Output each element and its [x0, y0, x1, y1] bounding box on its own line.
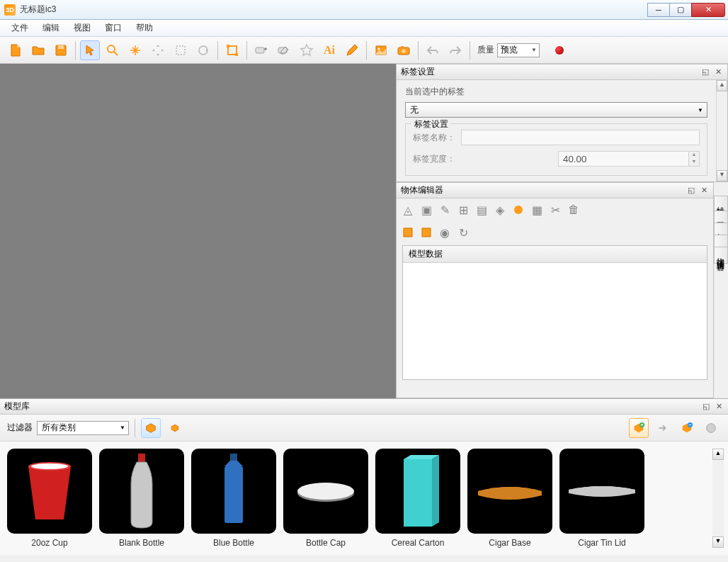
undock-icon[interactable]: ◱: [686, 186, 696, 196]
menubar: 文件 编辑 视图 窗口 帮助: [0, 20, 728, 37]
filter-cube2-button[interactable]: [165, 418, 185, 438]
undock-icon[interactable]: ◱: [700, 67, 710, 77]
object-editor-toolbar: ◬ ▣ ✎ ⊞ ▤ ◈ ▦ ✂ 🗑 ◉ ↻: [397, 198, 713, 244]
maximize-button[interactable]: ▢: [669, 3, 692, 17]
undo-button[interactable]: [423, 40, 443, 60]
oe-tool-7[interactable]: [511, 203, 525, 217]
redo-button[interactable]: [445, 40, 465, 60]
svg-rect-18: [404, 228, 412, 237]
svg-rect-26: [230, 454, 237, 461]
svg-rect-30: [404, 459, 432, 527]
menu-help[interactable]: 帮助: [130, 20, 159, 36]
add-model-button[interactable]: [629, 418, 649, 438]
add-label-button[interactable]: [251, 40, 271, 60]
globe-button[interactable]: [701, 418, 721, 438]
svg-point-24: [31, 463, 68, 469]
sidetab-effects[interactable]: 特殊效果: [714, 196, 728, 211]
scale-tool[interactable]: [171, 40, 190, 60]
close-icon[interactable]: ✕: [699, 186, 709, 196]
quality-label: 质量: [477, 44, 494, 56]
oe-tool-3[interactable]: ✎: [438, 203, 452, 217]
menu-file[interactable]: 文件: [6, 20, 34, 36]
oe-tool-8[interactable]: ▦: [530, 203, 544, 217]
model-caption: Blue Bottle: [191, 538, 276, 548]
oe-cube-2[interactable]: [419, 225, 433, 240]
pointer-tool[interactable]: [80, 40, 100, 60]
model-caption: Cigar Tin Lid: [559, 538, 644, 548]
save-button[interactable]: [51, 40, 71, 60]
oe-tool-5[interactable]: ▤: [474, 203, 489, 217]
sidetab-object-editor[interactable]: 物体编辑器: [714, 247, 728, 264]
star-button[interactable]: [297, 40, 317, 60]
oe-tool-9[interactable]: ✂: [548, 203, 562, 217]
viewport-3d[interactable]: [0, 64, 396, 398]
oe-tool-4[interactable]: ⊞: [456, 203, 470, 217]
svg-point-4: [134, 49, 137, 52]
image-button[interactable]: [371, 40, 391, 60]
svg-rect-16: [401, 46, 404, 47]
filter-cube1-button[interactable]: [141, 418, 161, 438]
object-editor-panel: 物体编辑器 ◱ ✕ ◬ ▣ ✎ ⊞ ▤ ◈ ▦ ✂ 🗑 ◉ ↻: [396, 182, 714, 398]
label-select[interactable]: 无: [405, 102, 707, 118]
oe-tool-2[interactable]: ▣: [419, 203, 433, 217]
model-item[interactable]: 20oz Cup: [7, 449, 92, 548]
export-button[interactable]: [653, 418, 673, 438]
svg-point-22: [707, 423, 716, 432]
model-item[interactable]: Cigar Tin Lid: [559, 449, 644, 548]
close-button[interactable]: ✕: [691, 3, 725, 17]
menu-window[interactable]: 窗口: [99, 20, 127, 36]
ai-button[interactable]: Ai: [319, 40, 339, 60]
new-file-button[interactable]: [6, 40, 25, 60]
sidetab-lights[interactable]: 灯光: [714, 223, 728, 235]
model-item[interactable]: Blank Bottle: [99, 449, 184, 548]
svg-point-2: [108, 45, 115, 52]
label-width-input[interactable]: [558, 151, 688, 167]
model-caption: Cigar Base: [467, 538, 552, 548]
filter-label: 过滤器: [7, 422, 33, 434]
panel-title: 标签设置: [401, 66, 698, 78]
pan-tool[interactable]: [125, 40, 145, 60]
record-indicator[interactable]: [555, 46, 564, 55]
bounds-tool[interactable]: [222, 40, 242, 60]
open-file-button[interactable]: [28, 40, 48, 60]
menu-view[interactable]: 视图: [68, 20, 96, 36]
model-thumb: [99, 449, 184, 534]
panel-title: 模型库: [4, 400, 698, 412]
menu-edit[interactable]: 编辑: [37, 20, 65, 36]
model-thumb: [467, 449, 552, 534]
model-item[interactable]: Cigar Base: [467, 449, 552, 548]
library-scrollbar[interactable]: ▲▼: [712, 449, 724, 548]
quality-select[interactable]: 预览: [497, 43, 540, 57]
filter-select[interactable]: 所有类别: [37, 421, 129, 435]
close-icon[interactable]: ✕: [713, 67, 723, 77]
oe-cube-1[interactable]: [401, 225, 415, 240]
move-tool[interactable]: [148, 40, 168, 60]
oe-tool-1[interactable]: ◬: [401, 203, 415, 217]
oe-tool-10[interactable]: 🗑: [567, 203, 581, 217]
oe-tool-12[interactable]: ↻: [456, 225, 470, 240]
rotate-tool[interactable]: [193, 40, 213, 60]
oe-tool-6[interactable]: ◈: [493, 203, 507, 217]
camera-button[interactable]: [394, 40, 414, 60]
svg-rect-19: [422, 228, 431, 237]
undock-icon[interactable]: ◱: [701, 402, 711, 412]
model-caption: Cereal Carton: [375, 538, 460, 548]
edit-label-button[interactable]: [274, 40, 294, 60]
model-item[interactable]: Blue Bottle: [191, 449, 276, 548]
zoom-tool[interactable]: [103, 40, 123, 60]
minimize-button[interactable]: ─: [647, 3, 670, 17]
close-icon[interactable]: ✕: [714, 402, 724, 412]
model-thumb: [191, 449, 276, 534]
sidetab-transform[interactable]: 变换: [714, 235, 728, 247]
oe-tool-11[interactable]: ◉: [438, 225, 452, 240]
model-thumbnails: 20oz CupBlank BottleBlue BottleBottle Ca…: [0, 442, 728, 555]
current-label-text: 当前选中的标签: [405, 86, 707, 98]
import-model-button[interactable]: [677, 418, 697, 438]
model-item[interactable]: Bottle Cap: [283, 449, 368, 548]
label-name-input[interactable]: [461, 130, 700, 145]
sidetab-layers[interactable]: 图层: [714, 210, 728, 223]
model-thumb: [7, 449, 92, 534]
pencil-button[interactable]: [342, 40, 362, 60]
panel-scrollbar[interactable]: ▲▼: [716, 80, 727, 181]
model-item[interactable]: Cereal Carton: [375, 449, 460, 548]
